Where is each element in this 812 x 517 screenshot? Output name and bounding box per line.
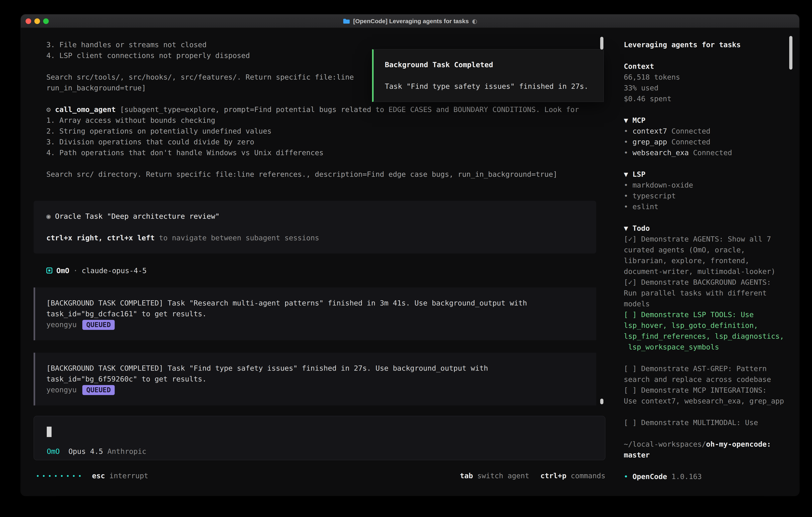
- blank-line: [46, 158, 579, 169]
- blank-line: [46, 221, 583, 232]
- message-meta: yeongyuQUEUED: [46, 319, 585, 330]
- mcp-section-header[interactable]: ▼ MCP: [624, 115, 792, 126]
- main-scrollbar-thumb[interactable]: [600, 37, 603, 50]
- tool-arg-line: Search src/ directory. Return specific f…: [46, 169, 579, 180]
- tool-arg-line: 1. Array access without bounds checking: [46, 115, 579, 126]
- todo-pending-line: Use context7, websearch_exa, grep_app: [624, 396, 792, 406]
- terminal-window: [OpenCode] Leveraging agents for tasks ◐…: [21, 15, 799, 496]
- blank-line: [624, 352, 792, 363]
- agent-model: claude-opus-4-5: [82, 266, 147, 275]
- status-bar: ••••••••esc interrupt tab switch agentct…: [36, 470, 605, 481]
- prompt-input[interactable]: OmO Opus 4.5 Anthropic: [34, 416, 605, 460]
- toast-title: Background Task Completed: [385, 59, 592, 70]
- bullet-icon: •: [624, 202, 632, 211]
- lsp-heading: LSP: [632, 170, 645, 178]
- todo-current-line: lsp_find_references, lsp_diagnostics,: [624, 331, 792, 342]
- spinner-dots-icon: ••••••••: [36, 472, 84, 480]
- text-cursor: [47, 427, 52, 437]
- todo-pending-line: search and replace across codebase: [624, 374, 792, 385]
- input-provider-name: Anthropic: [103, 447, 146, 456]
- collapse-arrow-icon: ▼: [624, 116, 632, 124]
- bullet-icon: •: [624, 148, 632, 157]
- commands-key-label: commands: [567, 471, 605, 480]
- bullet-icon: •: [624, 127, 632, 135]
- esc-key-hint: esc: [92, 471, 105, 480]
- context-used: 33% used: [624, 82, 792, 93]
- status-right: tab switch agentctrl+p commands: [460, 470, 605, 481]
- lsp-section-header[interactable]: ▼ LSP: [624, 169, 792, 180]
- titlebar[interactable]: [OpenCode] Leveraging agents for tasks ◐: [21, 15, 799, 28]
- oracle-hint: ctrl+x right, ctrl+x left to navigate be…: [46, 232, 583, 243]
- blank-line: [624, 104, 792, 115]
- lsp-name: typescript: [632, 192, 676, 200]
- collapse-arrow-icon: ▼: [624, 224, 632, 232]
- blank-line: [624, 460, 792, 471]
- toast-body: Task "Find type safety issues" finished …: [385, 81, 592, 91]
- workspace-path: ~/local-workspaces/oh-my-opencode:: [624, 439, 792, 450]
- tool-arg-line: 4. Path operations that don't handle Win…: [46, 147, 579, 158]
- message-author: yeongyu: [46, 385, 77, 394]
- oracle-title: Oracle Task "Deep architecture review": [55, 212, 220, 220]
- queued-badge: QUEUED: [82, 320, 115, 330]
- input-model-name: Opus 4.5: [60, 447, 103, 456]
- commands-key-hint: ctrl+p: [541, 471, 567, 480]
- agent-name: OmO: [56, 266, 69, 275]
- lsp-name: markdown-oxide: [632, 181, 693, 189]
- context-heading: Context: [624, 61, 792, 72]
- oracle-hint-keys: ctrl+x right, ctrl+x left: [46, 234, 155, 242]
- message-author: yeongyu: [46, 320, 77, 329]
- folder-icon: [343, 18, 350, 24]
- sidebar: Leveraging agents for tasks Context 66,5…: [624, 39, 792, 482]
- minimize-button[interactable]: [34, 19, 40, 24]
- dot-separator: ·: [73, 266, 78, 275]
- background-task-toast: Background Task Completed Task "Find typ…: [372, 49, 604, 102]
- opencode-name: OpenCode: [632, 472, 667, 481]
- tool-call-line: ⚙ call_omo_agent [subagent_type=explore,…: [46, 104, 579, 115]
- lsp-item: • eslint: [624, 201, 792, 212]
- todo-done-line: curated agents (OmO, oracle,: [624, 244, 792, 255]
- tool-args: [subagent_type=explore, prompt=Find pote…: [116, 105, 579, 113]
- tool-name: call_omo_agent: [55, 105, 115, 113]
- bullet-icon: •: [624, 472, 632, 481]
- oracle-task-panel: ◉ Oracle Task "Deep architecture review"…: [34, 201, 596, 253]
- message-card: [BACKGROUND TASK COMPLETED] Task "Resear…: [34, 288, 596, 340]
- oracle-title-line: ◉ Oracle Task "Deep architecture review": [46, 211, 583, 221]
- opencode-version: • OpenCode 1.0.163: [624, 471, 792, 482]
- message-line: [BACKGROUND TASK COMPLETED] Task "Resear…: [46, 298, 585, 308]
- todo-pending-line: [ ] Demonstrate MULTIMODAL: Use: [624, 417, 792, 428]
- oracle-hint-text: to navigate between subagent sessions: [155, 234, 319, 242]
- tool-arg-line: 2. String operations on potentially unde…: [46, 126, 579, 136]
- workspace-path-prefix: ~/local-workspaces/: [624, 440, 706, 448]
- todo-heading: Todo: [632, 224, 650, 232]
- lsp-name: eslint: [632, 202, 658, 211]
- mcp-status: Connected: [667, 127, 710, 135]
- fisheye-icon: ◉: [46, 212, 55, 220]
- model-row: OmO Opus 4.5 Anthropic: [47, 446, 146, 457]
- agent-checkbox-icon: [46, 268, 52, 273]
- opencode-version-number: 1.0.163: [667, 472, 702, 481]
- lsp-item: • typescript: [624, 190, 792, 201]
- mcp-item: • websearch_exa Connected: [624, 147, 792, 158]
- todo-done-line: Run parallel tasks with different: [624, 288, 792, 298]
- esc-key-label: interrupt: [105, 471, 148, 480]
- window-title-text: [OpenCode] Leveraging agents for tasks: [353, 18, 469, 24]
- bullet-icon: •: [624, 192, 632, 200]
- tab-key-hint: tab: [460, 471, 473, 480]
- blank-line: [624, 406, 792, 417]
- main-scrollbar-thumb-lower[interactable]: [600, 399, 603, 404]
- queued-badge: QUEUED: [82, 385, 115, 395]
- bullet-icon: •: [624, 138, 632, 146]
- todo-section-header[interactable]: ▼ Todo: [624, 223, 792, 234]
- todo-current-line: lsp_workspace_symbols: [624, 342, 792, 352]
- close-button[interactable]: [26, 19, 31, 24]
- todo-pending-line: [ ] Demonstrate MCP INTEGRATIONS:: [624, 385, 792, 396]
- blank-line: [624, 212, 792, 223]
- window-title: [OpenCode] Leveraging agents for tasks ◐: [343, 18, 477, 25]
- sidebar-title: Leveraging agents for tasks: [624, 39, 792, 50]
- activity-indicator-icon: ◐: [472, 18, 477, 25]
- blank-line: [624, 50, 792, 61]
- zoom-button[interactable]: [43, 19, 49, 24]
- blank-line: [624, 158, 792, 169]
- mcp-name: websearch_exa: [632, 148, 689, 157]
- sidebar-scrollbar-thumb[interactable]: [789, 36, 792, 70]
